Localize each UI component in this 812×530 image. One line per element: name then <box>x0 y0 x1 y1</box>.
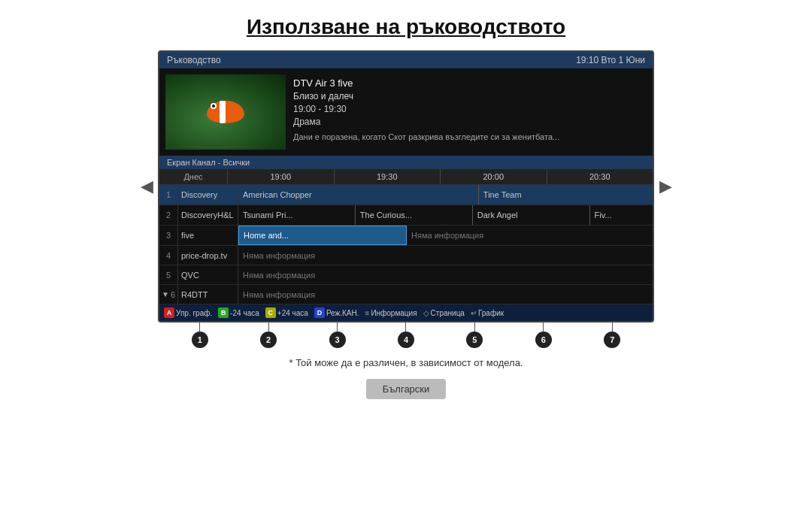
annotation-line <box>405 323 406 332</box>
channel-programs: Няма информация <box>238 265 653 284</box>
table-row[interactable]: 4 price-drop.tv Няма информация <box>159 246 653 265</box>
channel-name: DiscoveryH&L <box>178 205 238 225</box>
annotation-line <box>474 323 475 332</box>
arrow-right[interactable]: ▶ <box>654 175 677 198</box>
bottom-bar-button[interactable]: ↵График <box>471 309 504 317</box>
guide-label: Ръководство <box>167 55 221 65</box>
bottom-btn-label: Реж.КАН. <box>326 309 359 317</box>
preview-genre: Драма <box>293 117 559 127</box>
bottom-btn-label: +24 часа <box>277 309 308 317</box>
annotation-2: 2 <box>260 323 277 348</box>
channel-name: Discovery <box>178 185 238 204</box>
annotation-number: 2 <box>260 332 277 348</box>
channel-name: R4DTT <box>178 285 238 304</box>
btn-icon: ↵ <box>471 309 477 317</box>
annotation-7: 7 <box>604 323 620 348</box>
channel-programs: Няма информация <box>238 285 653 304</box>
bottom-bar-button[interactable]: ◇Страница <box>423 309 465 317</box>
bottom-bar-button[interactable]: C+24 часа <box>265 307 308 318</box>
language-button[interactable]: Български <box>366 379 447 399</box>
day-label: Днес <box>159 169 227 184</box>
btn-icon: ◇ <box>423 309 429 317</box>
table-row[interactable]: 1 Discovery American Chopper Tine Team <box>159 185 653 205</box>
channel-number: 5 <box>159 265 178 284</box>
channel-programs: Няма информация <box>238 246 653 265</box>
bottom-btn-label: -24 часа <box>230 309 259 317</box>
time-slot-1: 19:30 <box>334 169 441 184</box>
annotation-number: 4 <box>398 332 414 348</box>
channel-number: 4 <box>159 246 178 265</box>
green-badge: B <box>218 307 229 318</box>
guide-filter: Екран Канал - Всички <box>167 158 250 167</box>
annotation-number: 7 <box>604 332 620 348</box>
bottom-bar-button[interactable]: DРеж.КАН. <box>314 307 359 318</box>
annotation-line <box>337 323 338 332</box>
channel-name: price-drop.tv <box>178 246 238 265</box>
annotation-line <box>199 323 200 332</box>
channel-programs: Tsunami Pri... The Curious... Dark Angel… <box>238 205 653 225</box>
table-row[interactable]: 3 five Home and... Няма информация <box>159 226 653 246</box>
bottom-btn-label: Информация <box>371 309 417 317</box>
preview-image <box>165 74 286 150</box>
bottom-btn-label: График <box>478 309 504 317</box>
channel-number: 3 <box>159 226 178 245</box>
annotation-line <box>268 323 269 332</box>
time-slot-2: 20:00 <box>440 169 547 184</box>
channel-programs: American Chopper Tine Team <box>238 185 653 204</box>
annotation-line <box>543 323 544 332</box>
datetime: 19:10 Вто 1 Юни <box>576 55 645 65</box>
bottom-bar-button[interactable]: AУпр. граф. <box>164 307 212 318</box>
annotation-3: 3 <box>329 323 346 348</box>
annotation-number: 3 <box>329 332 346 348</box>
arrow-left[interactable]: ◀ <box>135 175 158 198</box>
table-row[interactable]: ▼6 R4DTT Няма информация <box>159 285 653 304</box>
preview-desc: Дани е поразена, когато Скот разкрива въ… <box>293 132 559 141</box>
bottom-bar-button[interactable]: B-24 часа <box>218 307 259 318</box>
time-slot-0: 19:00 <box>227 169 334 184</box>
annotation-5: 5 <box>466 323 483 348</box>
channel-name: QVC <box>178 265 238 284</box>
channel-name: five <box>178 226 238 245</box>
channel-programs: Home and... Няма информация <box>238 226 653 245</box>
preview-time: 19:00 - 19:30 <box>293 104 559 114</box>
annotation-number: 6 <box>535 332 552 348</box>
tv-screen: Ръководство 19:10 Вто 1 Юни DTV Air 3 fi… <box>158 50 654 323</box>
annotation-6: 6 <box>535 323 552 348</box>
footnote: * Той може да е различен, в зависимост о… <box>0 357 812 368</box>
bottom-btn-label: Страница <box>431 309 465 317</box>
annotation-line <box>612 323 613 332</box>
annotation-number: 5 <box>466 332 483 348</box>
bottom-bar-button[interactable]: ≡Информация <box>365 309 417 317</box>
channel-number: 1 <box>159 185 178 204</box>
preview-show: Близо и далеч <box>293 91 559 101</box>
annotation-4: 4 <box>398 323 414 348</box>
yellow-badge: C <box>265 307 276 318</box>
red-badge: A <box>164 307 174 318</box>
channel-number: ▼6 <box>159 285 178 304</box>
page-title: Използване на ръководството <box>0 0 812 50</box>
preview-channel: DTV Air 3 five <box>293 77 559 89</box>
table-row[interactable]: 5 QVC Няма информация <box>159 265 653 285</box>
bottom-btn-label: Упр. граф. <box>176 309 212 317</box>
channel-number: 2 <box>159 205 178 225</box>
blue-badge: D <box>314 307 325 318</box>
annotation-1: 1 <box>192 323 208 348</box>
table-row[interactable]: 2 DiscoveryH&L Tsunami Pri... The Curiou… <box>159 205 653 226</box>
time-slot-3: 20:30 <box>547 169 653 184</box>
btn-icon: ≡ <box>365 309 370 317</box>
annotation-number: 1 <box>192 332 208 348</box>
